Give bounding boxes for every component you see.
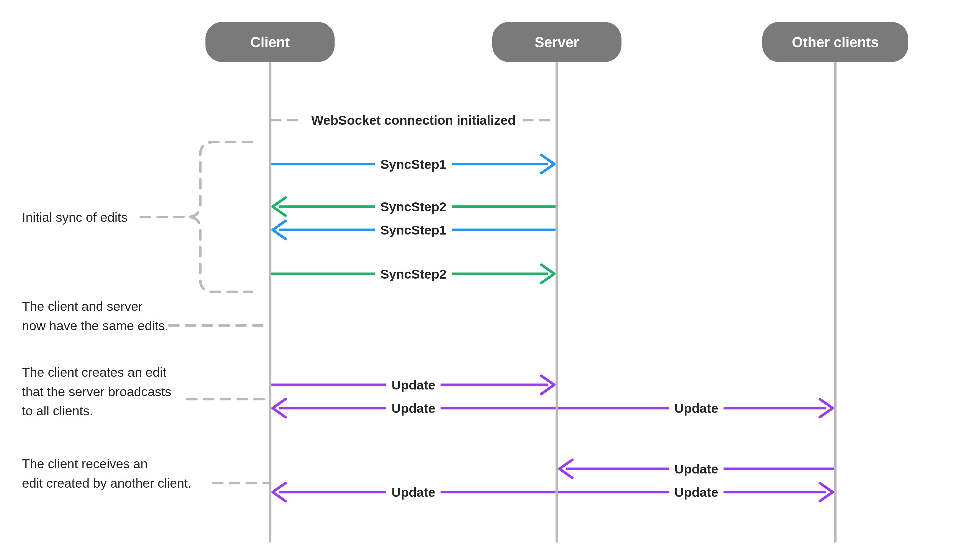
msg-update-cs-label: Update (391, 378, 435, 392)
note-initial-sync-label: Initial sync of edits (22, 210, 128, 224)
msg-syncstep2-cs: SyncStep2 (271, 265, 554, 283)
sequence-diagram: Client Server Other clients WebSocket co… (0, 0, 969, 560)
participant-others: Other clients (763, 22, 908, 62)
note-recv-edit: The client receives an edit created by a… (22, 457, 269, 490)
participant-server: Server (492, 22, 621, 62)
msg-update-sc-1: Update (273, 399, 556, 417)
msg-syncstep2-sc-label: SyncStep2 (381, 199, 446, 214)
participant-client-label: Client (250, 34, 290, 50)
participant-others-label: Other clients (792, 34, 879, 50)
msg-syncstep1-cs-label: SyncStep1 (381, 157, 446, 171)
participant-client: Client (205, 22, 335, 62)
divider-ws-init-label: WebSocket connection initialized (311, 113, 516, 128)
msg-update-so-2-label: Update (674, 485, 718, 500)
participant-server-label: Server (535, 34, 579, 50)
note-client-edit-l2: that the server broadcasts (22, 384, 171, 399)
msg-update-cs: Update (271, 376, 554, 394)
msg-update-so-1-label: Update (674, 401, 718, 415)
msg-update-sc-2-label: Update (391, 485, 435, 500)
note-same-edits-l2: now have the same edits. (22, 319, 168, 333)
note-recv-edit-l1: The client receives an (22, 457, 148, 471)
note-same-edits: The client and server now have the same … (22, 299, 269, 333)
note-client-edit-l1: The client creates an edit (22, 365, 166, 379)
msg-update-os-label: Update (674, 462, 718, 476)
msg-syncstep1-cs: SyncStep1 (271, 155, 554, 173)
msg-update-os: Update (559, 460, 834, 478)
msg-update-so-2: Update (558, 483, 833, 501)
note-same-edits-l1: The client and server (22, 299, 143, 314)
msg-update-sc-1-label: Update (391, 401, 435, 415)
note-initial-sync: Initial sync of edits (22, 142, 252, 292)
msg-syncstep2-cs-label: SyncStep2 (381, 267, 446, 281)
msg-syncstep1-sc-label: SyncStep1 (381, 223, 446, 237)
divider-ws-init: WebSocket connection initialized (271, 111, 556, 129)
note-recv-edit-l2: edit created by another client. (22, 476, 191, 490)
msg-update-so-1: Update (558, 399, 833, 417)
note-client-edit-l3: to all clients. (22, 404, 93, 418)
msg-syncstep2-sc: SyncStep2 (273, 198, 556, 216)
note-client-edit: The client creates an edit that the serv… (22, 365, 269, 418)
msg-syncstep1-sc: SyncStep1 (273, 221, 556, 239)
msg-update-sc-2: Update (273, 483, 556, 501)
